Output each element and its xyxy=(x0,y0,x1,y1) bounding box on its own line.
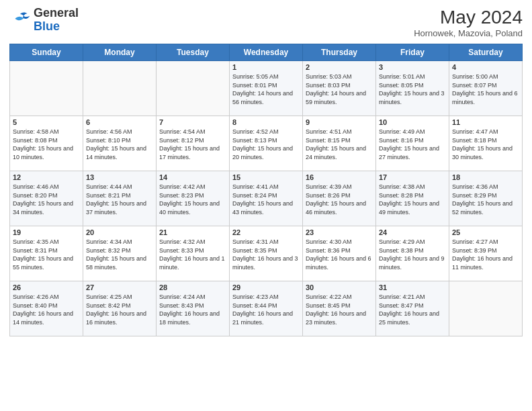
calendar-cell: 17Sunrise: 4:38 AM Sunset: 8:28 PM Dayli… xyxy=(376,171,449,226)
calendar-cell: 19Sunrise: 4:35 AM Sunset: 8:31 PM Dayli… xyxy=(10,226,83,281)
day-number: 5 xyxy=(13,118,80,126)
weekday-header-wednesday: Wednesday xyxy=(230,44,303,61)
week-row-2: 5Sunrise: 4:58 AM Sunset: 8:08 PM Daylig… xyxy=(10,116,523,171)
logo-bird-icon xyxy=(9,11,31,30)
day-number: 23 xyxy=(306,228,373,236)
cell-info: Sunrise: 4:24 AM Sunset: 8:43 PM Dayligh… xyxy=(159,293,226,326)
calendar-cell: 30Sunrise: 4:22 AM Sunset: 8:45 PM Dayli… xyxy=(303,281,376,336)
calendar-cell: 26Sunrise: 4:26 AM Sunset: 8:40 PM Dayli… xyxy=(10,281,83,336)
cell-info: Sunrise: 4:32 AM Sunset: 8:33 PM Dayligh… xyxy=(159,238,226,271)
calendar-cell: 24Sunrise: 4:29 AM Sunset: 8:38 PM Dayli… xyxy=(376,226,449,281)
weekday-header-monday: Monday xyxy=(83,44,157,61)
week-row-3: 12Sunrise: 4:46 AM Sunset: 8:20 PM Dayli… xyxy=(10,171,523,226)
cell-info: Sunrise: 4:30 AM Sunset: 8:36 PM Dayligh… xyxy=(306,238,373,271)
cell-info: Sunrise: 4:34 AM Sunset: 8:32 PM Dayligh… xyxy=(86,238,153,271)
weekday-header-thursday: Thursday xyxy=(303,44,376,61)
day-number: 28 xyxy=(159,283,226,291)
day-number: 25 xyxy=(452,228,519,236)
day-number: 3 xyxy=(379,63,446,71)
day-number: 10 xyxy=(379,118,446,126)
day-number: 7 xyxy=(159,118,226,126)
day-number: 14 xyxy=(159,173,226,181)
cell-info: Sunrise: 5:05 AM Sunset: 8:01 PM Dayligh… xyxy=(232,73,300,106)
calendar-cell xyxy=(83,61,157,116)
day-number: 20 xyxy=(86,228,153,236)
calendar-cell: 3Sunrise: 5:01 AM Sunset: 8:05 PM Daylig… xyxy=(376,61,449,116)
calendar-cell: 28Sunrise: 4:24 AM Sunset: 8:43 PM Dayli… xyxy=(157,281,230,336)
day-number: 16 xyxy=(306,173,373,181)
day-number: 18 xyxy=(452,173,519,181)
day-number: 24 xyxy=(379,228,446,236)
calendar-cell: 4Sunrise: 5:00 AM Sunset: 8:07 PM Daylig… xyxy=(449,61,523,116)
logo-general: General xyxy=(34,6,79,19)
calendar-cell: 13Sunrise: 4:44 AM Sunset: 8:21 PM Dayli… xyxy=(83,171,157,226)
calendar-cell: 23Sunrise: 4:30 AM Sunset: 8:36 PM Dayli… xyxy=(303,226,376,281)
cell-info: Sunrise: 4:51 AM Sunset: 8:15 PM Dayligh… xyxy=(306,128,373,161)
calendar-cell: 6Sunrise: 4:56 AM Sunset: 8:10 PM Daylig… xyxy=(83,116,157,171)
cell-info: Sunrise: 4:27 AM Sunset: 8:39 PM Dayligh… xyxy=(452,238,519,271)
logo-blue: Blue xyxy=(34,19,60,33)
cell-info: Sunrise: 4:46 AM Sunset: 8:20 PM Dayligh… xyxy=(13,183,80,216)
day-number: 30 xyxy=(306,283,373,291)
day-number: 1 xyxy=(232,63,300,71)
page: General Blue May 2024 Hornowek, Mazovia,… xyxy=(0,0,532,411)
day-number: 12 xyxy=(13,173,80,181)
day-number: 11 xyxy=(452,118,519,126)
day-number: 2 xyxy=(306,63,373,71)
day-number: 27 xyxy=(86,283,153,291)
week-row-1: 1Sunrise: 5:05 AM Sunset: 8:01 PM Daylig… xyxy=(10,61,523,116)
calendar-cell xyxy=(10,61,83,116)
day-number: 4 xyxy=(452,63,519,71)
calendar-cell: 18Sunrise: 4:36 AM Sunset: 8:29 PM Dayli… xyxy=(449,171,523,226)
calendar-cell: 31Sunrise: 4:21 AM Sunset: 8:47 PM Dayli… xyxy=(376,281,449,336)
title-block: May 2024 Hornowek, Mazovia, Poland xyxy=(414,7,523,38)
cell-info: Sunrise: 4:35 AM Sunset: 8:31 PM Dayligh… xyxy=(13,238,80,271)
calendar-cell: 10Sunrise: 4:49 AM Sunset: 8:16 PM Dayli… xyxy=(376,116,449,171)
cell-info: Sunrise: 4:56 AM Sunset: 8:10 PM Dayligh… xyxy=(86,128,153,161)
day-number: 19 xyxy=(13,228,80,236)
cell-info: Sunrise: 4:41 AM Sunset: 8:24 PM Dayligh… xyxy=(232,183,300,216)
calendar-cell: 15Sunrise: 4:41 AM Sunset: 8:24 PM Dayli… xyxy=(230,171,303,226)
logo: General Blue xyxy=(9,7,79,34)
calendar-cell: 1Sunrise: 5:05 AM Sunset: 8:01 PM Daylig… xyxy=(230,61,303,116)
day-number: 22 xyxy=(232,228,300,236)
month-year: May 2024 xyxy=(414,7,523,28)
weekday-header-tuesday: Tuesday xyxy=(157,44,230,61)
calendar-cell: 29Sunrise: 4:23 AM Sunset: 8:44 PM Dayli… xyxy=(230,281,303,336)
calendar-cell: 16Sunrise: 4:39 AM Sunset: 8:26 PM Dayli… xyxy=(303,171,376,226)
calendar-cell: 8Sunrise: 4:52 AM Sunset: 8:13 PM Daylig… xyxy=(230,116,303,171)
calendar-cell: 27Sunrise: 4:25 AM Sunset: 8:42 PM Dayli… xyxy=(83,281,157,336)
cell-info: Sunrise: 4:21 AM Sunset: 8:47 PM Dayligh… xyxy=(379,293,446,326)
day-number: 13 xyxy=(86,173,153,181)
day-number: 26 xyxy=(13,283,80,291)
cell-info: Sunrise: 5:01 AM Sunset: 8:05 PM Dayligh… xyxy=(379,73,446,106)
calendar-cell: 7Sunrise: 4:54 AM Sunset: 8:12 PM Daylig… xyxy=(157,116,230,171)
calendar-cell xyxy=(449,281,523,336)
cell-info: Sunrise: 4:58 AM Sunset: 8:08 PM Dayligh… xyxy=(13,128,80,161)
cell-info: Sunrise: 5:03 AM Sunset: 8:03 PM Dayligh… xyxy=(306,73,373,106)
calendar-cell: 21Sunrise: 4:32 AM Sunset: 8:33 PM Dayli… xyxy=(157,226,230,281)
day-number: 17 xyxy=(379,173,446,181)
day-number: 6 xyxy=(86,118,153,126)
week-row-4: 19Sunrise: 4:35 AM Sunset: 8:31 PM Dayli… xyxy=(10,226,523,281)
header: General Blue May 2024 Hornowek, Mazovia,… xyxy=(9,7,523,38)
weekday-header-saturday: Saturday xyxy=(449,44,523,61)
cell-info: Sunrise: 4:47 AM Sunset: 8:18 PM Dayligh… xyxy=(452,128,519,161)
cell-info: Sunrise: 4:25 AM Sunset: 8:42 PM Dayligh… xyxy=(86,293,153,326)
day-number: 29 xyxy=(232,283,300,291)
location: Hornowek, Mazovia, Poland xyxy=(414,28,523,38)
week-row-5: 26Sunrise: 4:26 AM Sunset: 8:40 PM Dayli… xyxy=(10,281,523,336)
calendar-cell: 20Sunrise: 4:34 AM Sunset: 8:32 PM Dayli… xyxy=(83,226,157,281)
weekday-header-friday: Friday xyxy=(376,44,449,61)
day-number: 31 xyxy=(379,283,446,291)
header-row: SundayMondayTuesdayWednesdayThursdayFrid… xyxy=(10,44,523,61)
cell-info: Sunrise: 4:52 AM Sunset: 8:13 PM Dayligh… xyxy=(232,128,300,161)
calendar-cell xyxy=(157,61,230,116)
cell-info: Sunrise: 4:23 AM Sunset: 8:44 PM Dayligh… xyxy=(232,293,300,326)
logo-text: General Blue xyxy=(34,7,79,34)
day-number: 8 xyxy=(232,118,300,126)
day-number: 9 xyxy=(306,118,373,126)
calendar-cell: 12Sunrise: 4:46 AM Sunset: 8:20 PM Dayli… xyxy=(10,171,83,226)
cell-info: Sunrise: 4:26 AM Sunset: 8:40 PM Dayligh… xyxy=(13,293,80,326)
cell-info: Sunrise: 5:00 AM Sunset: 8:07 PM Dayligh… xyxy=(452,73,519,106)
